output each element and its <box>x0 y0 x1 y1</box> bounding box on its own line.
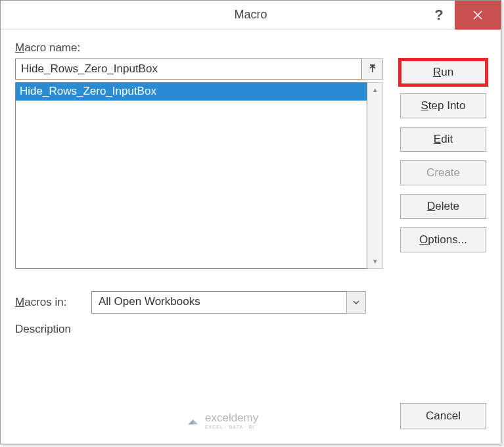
chevron-down-icon <box>352 298 360 306</box>
macro-name-label: Macro name: <box>15 41 383 55</box>
watermark: exceldemy EXCEL · DATA · BI <box>186 412 258 429</box>
help-button[interactable]: ? <box>423 1 455 30</box>
spacer <box>15 336 486 403</box>
dialog-content: Macro name: Hide_Rows_Zero_InputBox ▴ ▾ <box>1 30 501 444</box>
close-icon <box>472 10 483 20</box>
delete-button[interactable]: Delete <box>400 194 486 219</box>
right-column: Run Step Into Edit Create Delete Options… <box>400 41 486 269</box>
titlebar: Macro ? <box>1 1 501 30</box>
options-button[interactable]: Options... <box>400 227 486 252</box>
step-into-button[interactable]: Step Into <box>400 93 486 118</box>
macro-list-scrollbar[interactable]: ▴ ▾ <box>367 82 383 269</box>
list-item[interactable]: Hide_Rows_Zero_InputBox <box>16 83 367 101</box>
arrow-up-icon <box>368 64 377 74</box>
left-column: Macro name: Hide_Rows_Zero_InputBox ▴ ▾ <box>15 41 383 269</box>
macro-list-container: Hide_Rows_Zero_InputBox ▴ ▾ <box>15 82 383 269</box>
macro-name-go-button[interactable] <box>362 59 383 80</box>
cancel-button[interactable]: Cancel <box>400 403 486 429</box>
macro-dialog: Macro ? Macro name: <box>0 0 501 444</box>
macros-in-row: Macros in: All Open Workbooks <box>15 291 486 314</box>
watermark-brand: exceldemy <box>205 412 258 424</box>
macro-name-row <box>15 59 383 80</box>
macros-in-dropdown-button[interactable] <box>346 291 366 314</box>
watermark-sub: EXCEL · DATA · BI <box>205 425 258 429</box>
run-button[interactable]: Run <box>400 60 486 85</box>
close-button[interactable] <box>455 1 501 30</box>
macro-name-input[interactable] <box>15 59 362 80</box>
macros-in-value: All Open Workbooks <box>91 291 346 314</box>
macros-in-select[interactable]: All Open Workbooks <box>91 291 366 314</box>
create-button: Create <box>400 160 486 185</box>
edit-button[interactable]: Edit <box>400 127 486 152</box>
top-row: Macro name: Hide_Rows_Zero_InputBox ▴ ▾ <box>15 41 486 269</box>
chevron-down-icon: ▾ <box>373 257 377 266</box>
titlebar-controls: ? <box>423 1 501 30</box>
chevron-up-icon: ▴ <box>373 85 377 94</box>
macros-in-label: Macros in: <box>15 296 80 309</box>
exceldemy-logo-icon <box>186 413 200 428</box>
help-icon: ? <box>434 7 443 24</box>
dialog-title: Macro <box>234 8 267 22</box>
bottom-row: exceldemy EXCEL · DATA · BI Cancel <box>15 403 486 429</box>
description-label: Description <box>15 323 486 336</box>
macro-list[interactable]: Hide_Rows_Zero_InputBox <box>15 82 367 269</box>
